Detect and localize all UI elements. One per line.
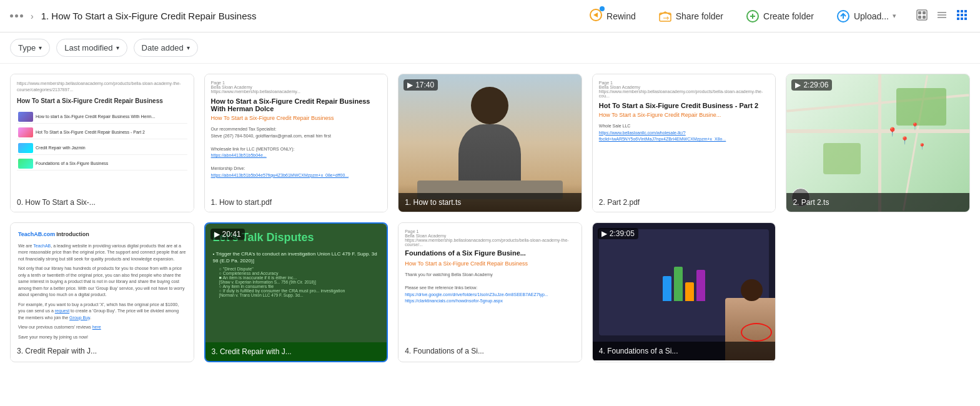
foundations-title: Foundations of a Six Figure Busine... (405, 249, 575, 257)
card-label: 1. How to start.ts (405, 198, 461, 207)
upload-icon (836, 9, 850, 23)
last-modified-filter-button[interactable]: Last modified ▾ (56, 39, 127, 57)
intro-label: Introduction (56, 231, 89, 237)
thumbnail-view-button[interactable] (914, 7, 930, 26)
card-thumbnail: Page 1Bella Sloan Academyhttps://www.mem… (398, 223, 582, 360)
type-filter-arrow: ▾ (39, 44, 42, 51)
list-view-button[interactable] (934, 7, 950, 26)
filter-bar: Type ▾ Last modified ▾ Date added ▾ (0, 32, 980, 64)
svg-rect-10 (923, 11, 926, 14)
foundations-video-thumbnail (593, 223, 776, 360)
last-modified-filter-label: Last modified (64, 43, 112, 52)
foundations-body: Thank you for watching Bella Sloan Acade… (405, 272, 575, 305)
disputes-thumbnail: Let's Talk Disputes • Trigger the CRA's … (205, 224, 387, 361)
svg-rect-12 (923, 16, 926, 19)
video-duration: ▶ 2:39:05 (598, 228, 638, 239)
teachab-para-1: We are TeachAB, a leading website in pro… (18, 243, 186, 263)
fv-chart (663, 264, 705, 301)
upload-button[interactable]: Upload... ▾ (831, 7, 901, 26)
card-overview-doc[interactable]: https://www.membership.bellasloanacademy… (10, 74, 194, 212)
image-view-icon (916, 9, 928, 21)
pdf-header: Page 1Bella Sloan Academyhttps://www.mem… (599, 81, 770, 98)
last-modified-filter-arrow: ▾ (116, 44, 119, 51)
pdf-body: Our recommended Tax Specialist: Steve (2… (211, 126, 382, 179)
disputes-sub: ○ "Direct Dispute" (213, 267, 380, 271)
card-footer: 0. How To Start a Six-... (11, 193, 194, 212)
svg-rect-21 (964, 14, 967, 16)
create-folder-icon (746, 9, 760, 23)
card-footer: 1. How to start.ts (398, 193, 582, 212)
type-filter-label: Type (18, 43, 36, 52)
card-foundations-video[interactable]: ▶ 2:39:05 4. Foundations of a Si... (592, 222, 776, 362)
disputes-sub: ○ Any item in consumers file (213, 284, 380, 289)
teachab-cta: Save your money by joining us now! (18, 334, 186, 341)
teachab-thumbnail: TeachAB.com Introduction We are TeachAB,… (11, 223, 194, 360)
type-filter-button[interactable]: Type ▾ (10, 39, 50, 57)
file-grid: https://www.membership.bellasloanacademy… (0, 64, 980, 372)
share-folder-button[interactable]: Share folder (653, 7, 728, 26)
doc-item: Credit Repair with Jazmin (17, 142, 187, 155)
card-thumbnail: 📍 📍 📍 📍 ▶ 2:29:06 2. Part 2.ts (786, 74, 969, 212)
card-label: 0. How To Start a Six-... (17, 198, 96, 207)
pdf-body: Whole Sale LLC https://www.bellasloanllc… (599, 123, 770, 143)
card-footer: 2. Part 2.ts (786, 193, 969, 212)
svg-marker-1 (593, 12, 598, 17)
top-bar: › 1. How To Start a Six-Figure Credit Re… (0, 0, 980, 32)
card-part2-video[interactable]: 📍 📍 📍 📍 ▶ 2:29:06 2. Part 2.ts (786, 74, 970, 212)
card-footer: 4. Foundations of a Si... (398, 342, 582, 360)
create-folder-label: Create folder (763, 11, 814, 21)
card-part2-pdf[interactable]: Page 1Bella Sloan Academyhttps://www.mem… (592, 74, 776, 212)
rewind-button[interactable]: Rewind (584, 6, 641, 26)
card-label: 3. Credit Repair with J... (17, 347, 97, 355)
breadcrumb-area: › 1. How To Start a Six-Figure Credit Re… (10, 11, 577, 21)
card-footer: 4. Foundations of a Si... (593, 342, 776, 360)
teachab-link: TeachAB.com (18, 231, 55, 237)
play-icon: ▶ (214, 230, 220, 239)
foundations-thumbnail: Page 1Bella Sloan Academyhttps://www.mem… (398, 223, 582, 360)
upload-dropdown-arrow[interactable]: ▾ (893, 12, 896, 20)
svg-rect-18 (964, 10, 967, 12)
date-added-filter-arrow: ▾ (187, 44, 190, 51)
disputes-sub: ○ If duty is fulfilled by consumer the C… (213, 289, 380, 293)
disputes-sub: [Shaw v. Experian Information S... 756 (… (213, 280, 380, 284)
grid-view-button[interactable] (954, 7, 970, 26)
card-thumbnail: ▶ 2:39:05 4. Foundations of a Si... (593, 223, 776, 360)
video-duration: ▶ 20:41 (210, 229, 245, 240)
card-footer: 3. Credit Repair with J... (205, 342, 387, 361)
card-foundations-pdf[interactable]: Page 1Bella Sloan Academyhttps://www.mem… (398, 222, 582, 362)
teachab-para-2: Not only that our library has hundreds o… (18, 265, 186, 299)
foundations-header: Page 1Bella Sloan Academyhttps://www.mem… (405, 229, 575, 247)
video-duration: ▶ 2:29:06 (791, 79, 832, 91)
upload-label: Upload... (854, 11, 889, 21)
doc-item: Foundations of a Six-Figure Business (17, 157, 187, 171)
svg-rect-11 (918, 16, 921, 19)
doc-item-text: Hot To Start a Six-Figure Credit Repair … (36, 129, 145, 136)
pdf-title: Hot To Start a Six-Figure Credit Busines… (599, 102, 770, 109)
play-icon: ▶ (795, 81, 801, 89)
disputes-sub: ○ Completeness and Accuracy (213, 271, 380, 275)
card-label: 1. How to start.pdf (211, 198, 272, 207)
create-folder-button[interactable]: Create folder (741, 7, 819, 26)
breadcrumb-chevron-icon: › (31, 11, 34, 21)
play-icon: ▶ (601, 229, 607, 238)
card-thumbnail: ▶ 17:40 1. How to start.ts (398, 74, 582, 212)
breadcrumb-title: 1. How To Start a Six-Figure Credit Repa… (41, 11, 257, 21)
doc-item-text: How to start a Six-Figure Credit Repair … (36, 114, 155, 120)
teachab-para-3: For example, if you want to buy a produc… (18, 302, 186, 322)
foundations-subtitle: How To Start a Six-Figure Credit Repair … (405, 260, 575, 267)
doc-item: Hot To Start a Six-Figure Credit Repair … (17, 126, 187, 139)
card-disputes-video[interactable]: Let's Talk Disputes • Trigger the CRA's … (204, 222, 389, 362)
disputes-sub: [Norman v. Trans Union LLC 479 F. Supp. … (213, 293, 380, 297)
card-start-pdf[interactable]: Page 1Bella Sloan Academyhttps://www.mem… (204, 74, 389, 212)
disputes-item: • Trigger the CRA's to conduct an invest… (213, 250, 380, 264)
svg-rect-9 (918, 11, 921, 14)
date-added-filter-label: Date added (142, 43, 184, 52)
more-options-icon[interactable] (10, 14, 23, 17)
date-added-filter-button[interactable]: Date added ▾ (134, 39, 198, 57)
doc-item: How to start a Six-Figure Credit Repair … (17, 111, 187, 124)
toolbar-actions: Rewind Share folder Create folder (584, 6, 970, 26)
card-thumbnail: TeachAB.com Introduction We are TeachAB,… (11, 223, 194, 360)
card-start-video[interactable]: ▶ 17:40 1. How to start.ts (398, 74, 582, 212)
card-credit-repair-doc[interactable]: TeachAB.com Introduction We are TeachAB,… (10, 222, 194, 362)
rewind-label: Rewind (606, 11, 636, 21)
